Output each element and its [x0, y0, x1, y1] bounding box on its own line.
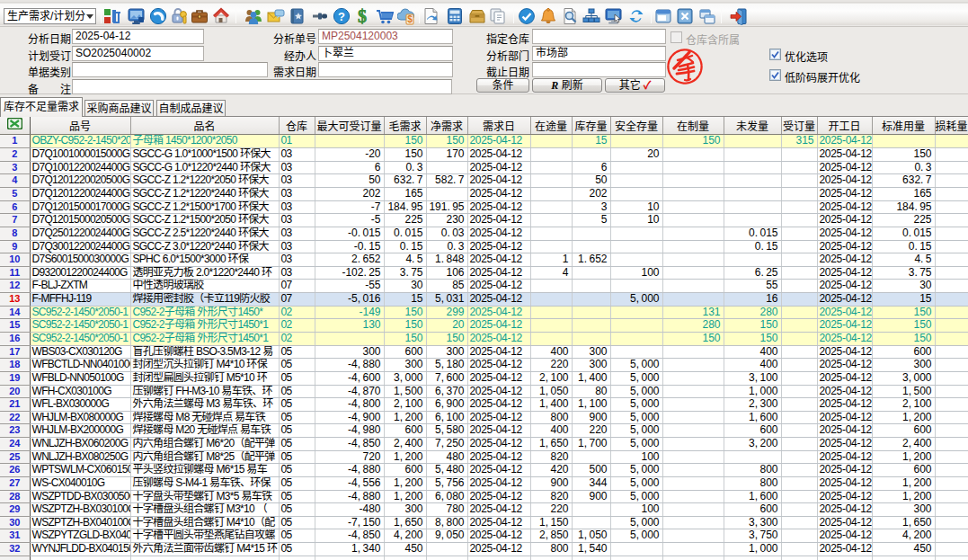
svg-text:?: ?	[338, 10, 345, 23]
svg-text:$: $	[358, 7, 367, 25]
svg-text:$: $	[407, 14, 413, 24]
